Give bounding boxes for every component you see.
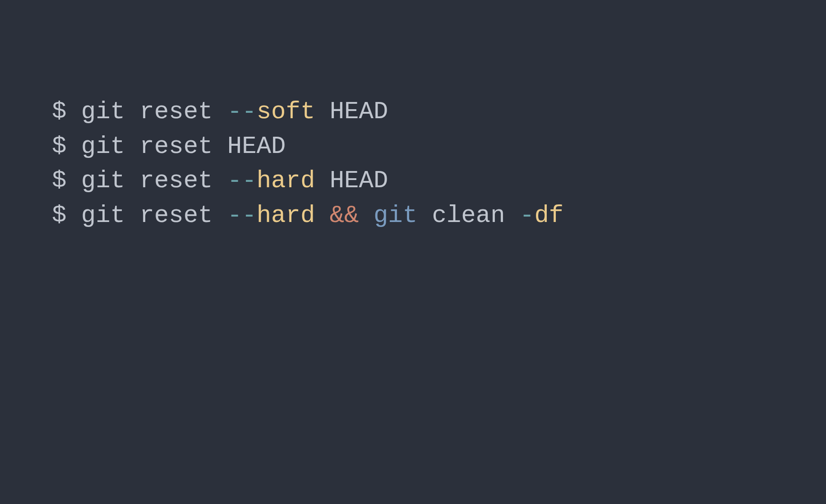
token: HEAD [315, 98, 388, 125]
token: soft [257, 98, 315, 125]
token: -- [227, 202, 257, 229]
token: && [330, 202, 359, 229]
terminal-line-3: $ git reset --hard HEAD [52, 164, 826, 199]
token: git [374, 202, 417, 229]
token: df [534, 202, 563, 229]
token: $ git reset [52, 202, 227, 229]
token: hard [257, 202, 315, 229]
token: HEAD [315, 167, 388, 194]
token: clean [417, 202, 520, 229]
terminal-output: $ git reset --soft HEAD$ git reset HEAD$… [52, 95, 826, 233]
terminal-line-2: $ git reset HEAD [52, 129, 826, 164]
token [359, 202, 374, 229]
token: -- [227, 98, 257, 125]
token: $ git reset [52, 167, 227, 194]
token: $ git reset HEAD [52, 133, 286, 160]
token: $ git reset [52, 98, 227, 125]
token: - [520, 202, 534, 229]
token: hard [257, 167, 315, 194]
terminal-line-1: $ git reset --soft HEAD [52, 95, 826, 129]
token [315, 202, 329, 229]
token: -- [227, 167, 257, 194]
terminal-line-4: $ git reset --hard && git clean -df [52, 199, 826, 233]
